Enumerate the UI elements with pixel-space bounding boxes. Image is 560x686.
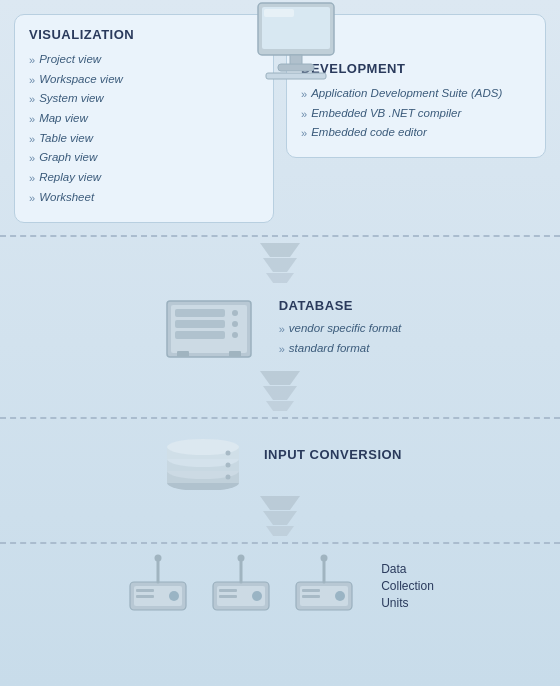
visualization-list: »Project view »Workspace view »System vi…	[29, 50, 259, 208]
arrows-to-database	[255, 243, 305, 283]
bullet: »	[29, 130, 35, 149]
svg-rect-47	[219, 595, 237, 598]
list-item: »Table view	[29, 129, 259, 149]
dashed-separator-1	[0, 235, 560, 237]
arrows-to-units	[255, 496, 305, 536]
ic-row: INPUT CONVERSION	[158, 425, 402, 490]
bullet: »	[29, 189, 35, 208]
svg-rect-11	[175, 309, 225, 317]
arrows-to-input-conv	[255, 371, 305, 411]
svg-marker-21	[266, 401, 294, 411]
svg-marker-33	[263, 511, 297, 525]
data-collection-row: Data Collection Units	[0, 554, 560, 612]
bullet: »	[301, 85, 307, 104]
svg-rect-39	[136, 589, 154, 592]
bullet: »	[29, 51, 35, 70]
list-item: »Embedded code editor	[301, 123, 531, 143]
svg-point-30	[225, 462, 230, 467]
svg-rect-46	[219, 589, 237, 592]
svg-rect-5	[266, 73, 326, 79]
input-conversion-icon	[158, 425, 248, 490]
top-row: VISUALIZATION »Project view »Workspace v…	[0, 0, 560, 223]
svg-point-16	[232, 332, 238, 338]
svg-marker-32	[260, 496, 300, 510]
svg-point-15	[232, 321, 238, 327]
down-arrows-2	[255, 371, 305, 411]
data-collection-label: Data Collection Units	[381, 561, 434, 611]
database-server-icon	[159, 293, 259, 365]
svg-point-52	[321, 554, 328, 561]
input-conversion-section: INPUT CONVERSION	[0, 425, 560, 490]
svg-point-48	[252, 591, 262, 601]
db-row: DATABASE »vendor specific format »standa…	[14, 293, 546, 365]
unit-icon-2	[209, 554, 274, 612]
svg-rect-54	[302, 595, 320, 598]
svg-rect-17	[177, 351, 189, 357]
svg-rect-18	[229, 351, 241, 357]
svg-marker-34	[266, 526, 294, 536]
down-arrows-3	[255, 496, 305, 536]
svg-rect-40	[136, 595, 154, 598]
svg-point-31	[225, 450, 230, 455]
main-container: VISUALIZATION »Project view »Workspace v…	[0, 0, 560, 686]
list-item: »Workspace view	[29, 70, 259, 90]
down-arrows-1	[255, 243, 305, 283]
svg-rect-4	[278, 64, 314, 71]
bullet: »	[301, 105, 307, 124]
svg-marker-7	[263, 258, 297, 272]
list-item: »Worksheet	[29, 188, 259, 208]
svg-point-38	[155, 554, 162, 561]
list-item: »standard format	[279, 339, 402, 359]
svg-point-14	[232, 310, 238, 316]
bullet: »	[29, 169, 35, 188]
visualization-title: VISUALIZATION	[29, 27, 259, 42]
svg-rect-2	[264, 9, 294, 17]
bullet: »	[29, 110, 35, 129]
ic-info: INPUT CONVERSION	[264, 447, 402, 468]
unit-icon-3	[292, 554, 357, 612]
list-item: »System view	[29, 89, 259, 109]
bullet: »	[301, 124, 307, 143]
bullet: »	[29, 90, 35, 109]
dashed-separator-2	[0, 417, 560, 419]
bullet: »	[29, 149, 35, 168]
development-list: »Application Development Suite (ADS) »Em…	[301, 84, 531, 143]
database-section: DATABASE »vendor specific format »standa…	[0, 293, 560, 365]
svg-marker-6	[260, 243, 300, 257]
svg-marker-8	[266, 273, 294, 283]
list-item: »Map view	[29, 109, 259, 129]
unit-icon-1	[126, 554, 191, 612]
database-info: DATABASE »vendor specific format »standa…	[279, 298, 402, 358]
svg-marker-19	[260, 371, 300, 385]
dashed-separator-3	[0, 542, 560, 544]
visualization-box: VISUALIZATION »Project view »Workspace v…	[14, 14, 274, 223]
input-conversion-title: INPUT CONVERSION	[264, 447, 402, 462]
svg-point-55	[335, 591, 345, 601]
list-item: »vendor specific format	[279, 319, 402, 339]
list-item: »Application Development Suite (ADS)	[301, 84, 531, 104]
database-title: DATABASE	[279, 298, 353, 313]
svg-marker-20	[263, 386, 297, 400]
computer-icon	[246, 1, 346, 81]
list-item: »Embedded VB .NET compiler	[301, 104, 531, 124]
list-item: »Project view	[29, 50, 259, 70]
list-item: »Replay view	[29, 168, 259, 188]
svg-rect-13	[175, 331, 225, 339]
svg-rect-53	[302, 589, 320, 592]
database-list: »vendor specific format »standard format	[279, 319, 402, 358]
svg-rect-12	[175, 320, 225, 328]
development-box: DEVELOPMENT »Application Development Sui…	[286, 14, 546, 158]
svg-point-41	[169, 591, 179, 601]
list-item: »Graph view	[29, 148, 259, 168]
bullet: »	[29, 71, 35, 90]
svg-point-45	[238, 554, 245, 561]
svg-point-29	[225, 474, 230, 479]
